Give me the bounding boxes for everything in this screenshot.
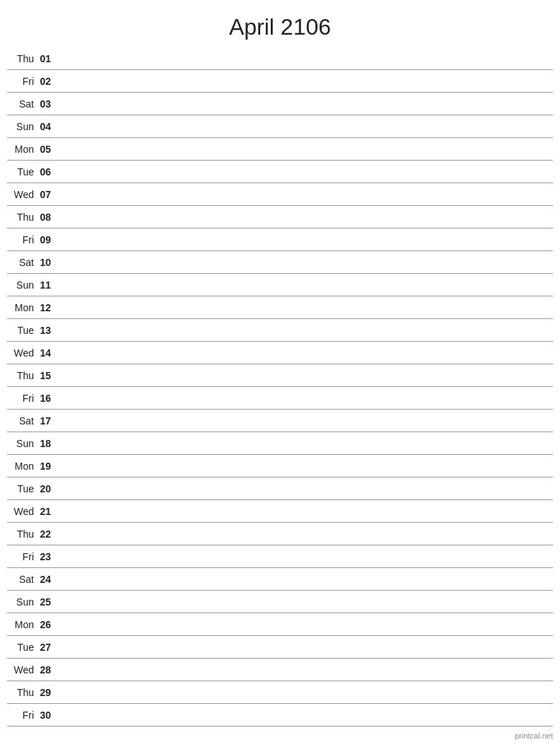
day-line [57,714,553,715]
day-name: Tue [7,642,37,653]
day-name: Sun [7,279,37,291]
day-name: Sat [7,98,37,110]
day-line [57,488,553,489]
day-number: 04 [37,121,57,132]
day-name: Sun [7,438,37,449]
day-name: Sun [7,121,37,132]
calendar-row: Wed28 [7,659,553,681]
day-number: 27 [37,642,57,653]
day-name: Fri [7,76,37,87]
day-line [57,307,553,308]
calendar-row: Wed07 [7,183,553,206]
calendar-row: Sun25 [7,591,553,613]
calendar-row: Thu29 [7,681,553,704]
day-line [57,420,553,421]
day-number: 22 [37,528,57,540]
day-number: 19 [37,461,57,472]
day-line [57,103,553,104]
day-name: Thu [7,528,37,540]
day-line [57,647,553,647]
day-name: Mon [7,461,37,472]
day-number: 28 [37,664,57,676]
day-line [57,398,553,398]
day-name: Thu [7,687,37,698]
calendar-row: Thu15 [7,364,553,387]
day-name: Wed [7,189,37,200]
day-number: 14 [37,347,57,359]
day-number: 21 [37,506,57,517]
watermark: printcal.net [515,731,553,740]
day-number: 13 [37,325,57,336]
day-name: Wed [7,664,37,676]
calendar-row: Sat10 [7,251,553,274]
calendar-row: Sat03 [7,93,553,115]
day-name: Tue [7,483,37,494]
day-number: 09 [37,234,57,245]
day-line [57,239,553,240]
day-name: Sat [7,415,37,427]
day-name: Wed [7,506,37,517]
day-line [57,216,553,217]
calendar-row: Thu22 [7,523,553,545]
day-line [57,171,553,172]
day-line [57,330,553,330]
calendar-row: Tue13 [7,319,553,342]
day-name: Wed [7,347,37,359]
day-number: 29 [37,687,57,698]
calendar-row: Mon12 [7,296,553,319]
day-number: 15 [37,370,57,381]
day-number: 26 [37,619,57,630]
day-name: Mon [7,619,37,630]
day-line [57,624,553,625]
day-name: Sun [7,596,37,608]
calendar-row: Sat17 [7,410,553,432]
day-number: 24 [37,574,57,585]
day-number: 01 [37,53,57,64]
calendar-row: Fri09 [7,228,553,251]
day-name: Sat [7,574,37,585]
calendar-row: Mon19 [7,455,553,477]
day-number: 20 [37,483,57,494]
day-line [57,669,553,670]
day-number: 05 [37,144,57,155]
calendar-row: Fri30 [7,704,553,726]
day-name: Sat [7,257,37,268]
day-line [57,556,553,557]
day-line [57,284,553,285]
day-line [57,511,553,511]
day-number: 18 [37,438,57,449]
day-number: 06 [37,166,57,178]
day-number: 25 [37,596,57,608]
calendar-row: Sun11 [7,274,553,296]
day-number: 08 [37,212,57,223]
calendar-row: Wed21 [7,500,553,523]
day-name: Mon [7,302,37,313]
day-number: 30 [37,710,57,721]
day-line [57,126,553,127]
day-line [57,533,553,534]
day-name: Fri [7,710,37,721]
day-number: 12 [37,302,57,313]
day-number: 16 [37,393,57,404]
day-line [57,601,553,602]
day-line [57,375,553,376]
calendar-row: Mon26 [7,613,553,636]
calendar-row: Tue20 [7,477,553,500]
day-name: Fri [7,551,37,562]
day-number: 11 [37,279,57,291]
day-name: Tue [7,166,37,178]
calendar-row: Tue06 [7,161,553,183]
calendar-row: Mon05 [7,138,553,161]
day-line [57,692,553,693]
day-name: Thu [7,53,37,64]
day-name: Mon [7,144,37,155]
day-line [57,443,553,444]
day-number: 03 [37,98,57,110]
day-number: 02 [37,76,57,87]
calendar-grid: Thu01Fri02Sat03Sun04Mon05Tue06Wed07Thu08… [0,47,560,726]
day-line [57,352,553,353]
day-line [57,81,553,81]
day-line [57,149,553,149]
calendar-row: Fri02 [7,70,553,93]
day-line [57,465,553,466]
